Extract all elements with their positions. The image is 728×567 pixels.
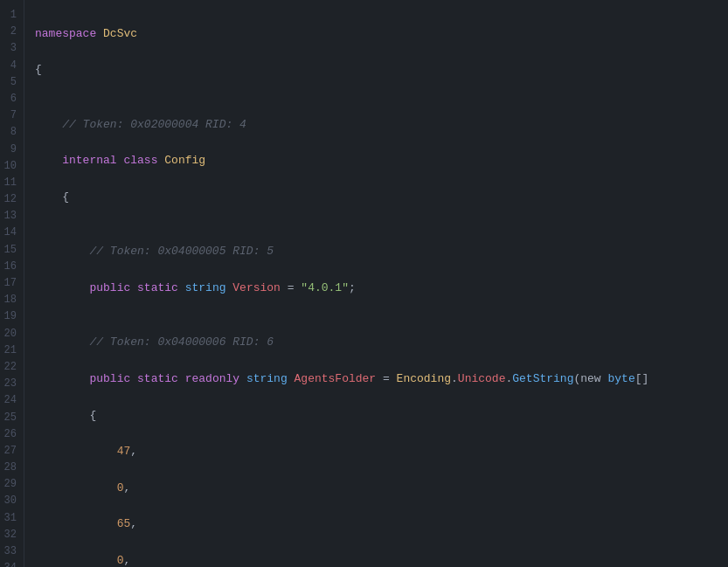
code-editor: 1 2 3 4 5 6 7 8 9 10 11 12 13 14 15 16 1… [0,0,728,567]
line-numbers: 1 2 3 4 5 6 7 8 9 10 11 12 13 14 15 16 1… [0,0,24,567]
code-content: namespace DcSvc { // Token: 0x02000004 R… [24,0,728,567]
